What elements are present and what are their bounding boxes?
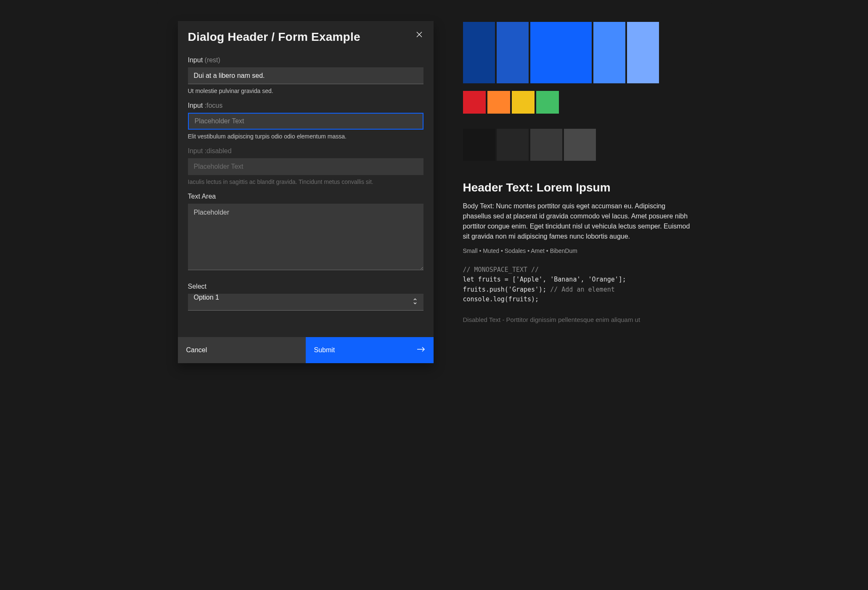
input-focus[interactable] [188,113,423,130]
field-help: Iaculis lectus in sagittis ac blandit gr… [188,178,423,185]
submit-button[interactable]: Submit [306,337,434,363]
label-state: (rest) [205,56,220,64]
arrow-right-icon [417,346,425,354]
palette-status [463,91,695,114]
style-guide-column: Header Text: Lorem Ipsum Body Text: Nunc… [463,21,695,363]
swatch [463,22,495,83]
field-label: Input :disabled [188,147,423,155]
swatch [497,129,529,161]
label-text: Input [188,147,203,154]
swatch [463,91,486,114]
swatch [530,22,592,83]
field-help: Ut molestie pulvinar gravida sed. [188,88,423,94]
dialog: Dialog Header / Form Example Input (rest… [178,21,434,363]
button-label: Cancel [186,346,207,354]
textarea[interactable] [188,204,423,270]
field-label: Select [188,283,423,290]
field-input-disabled: Input :disabled Iaculis lectus in sagitt… [188,147,423,185]
swatch [512,91,535,114]
input-disabled [188,158,423,175]
dialog-footer: Cancel Submit [178,337,434,363]
cancel-button[interactable]: Cancel [178,337,306,363]
field-label: Input :focus [188,102,423,109]
field-input-focus: Input :focus Elit vestibulum adipiscing … [188,102,423,140]
sample-body: Body Text: Nunc montes porttitor quis eg… [463,201,695,242]
code-line: console.log(fruits); [463,295,539,303]
swatch [564,129,596,161]
code-comment: // MONOSPACE_TEXT // [463,266,539,274]
code-line: fruits.push('Grapes'); [463,286,550,293]
label-text: Input [188,56,203,64]
field-help: Elit vestibulum adipiscing turpis odio o… [188,133,423,140]
swatch [463,129,495,161]
sample-header: Header Text: Lorem Ipsum [463,181,695,194]
palette-blues [463,22,695,83]
swatch [627,22,659,83]
sample-small: Small • Muted • Sodales • Amet • BibenDu… [463,247,695,254]
close-icon [416,32,422,37]
label-state: :disabled [205,147,232,154]
palette-grays [463,129,695,161]
code-line: let fruits = ['Apple', 'Banana', 'Orange… [463,276,626,283]
label-text: Input [188,102,203,109]
swatch [487,91,510,114]
swatch [530,129,562,161]
field-textarea: Text Area [188,193,423,272]
field-input-rest: Input (rest) Ut molestie pulvinar gravid… [188,56,423,94]
swatch [593,22,625,83]
swatch [536,91,559,114]
close-button[interactable] [415,30,423,39]
button-label: Submit [314,346,335,354]
select[interactable]: Option 1 [188,294,423,311]
input-rest[interactable] [188,67,423,84]
swatch [497,22,529,83]
sample-code: // MONOSPACE_TEXT // let fruits = ['Appl… [463,265,695,304]
label-state: :focus [205,102,223,109]
code-comment: // Add an element [550,286,615,293]
field-label: Input (rest) [188,56,423,64]
field-select: Select Option 1 [188,283,423,311]
sample-disabled: Disabled Text - Porttitor dignissim pell… [463,316,695,323]
field-label: Text Area [188,193,423,200]
dialog-title: Dialog Header / Form Example [188,30,360,44]
